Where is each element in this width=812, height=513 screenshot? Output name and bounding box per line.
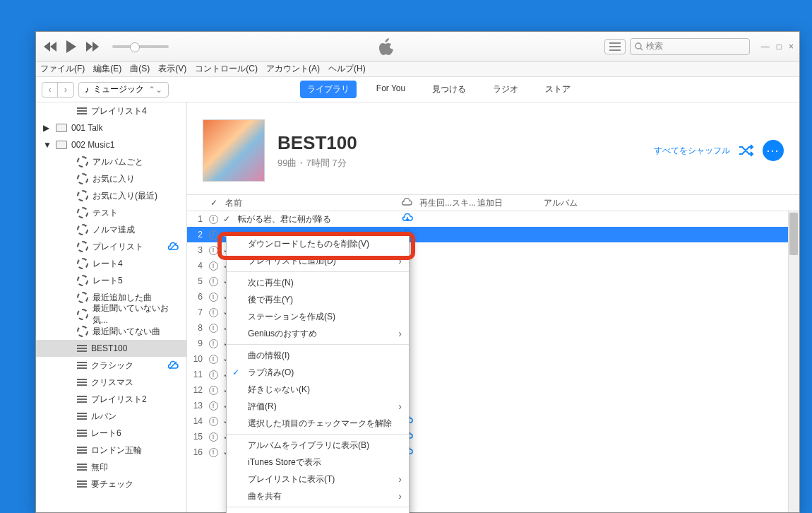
- sidebar-item[interactable]: プレイリスト2: [36, 391, 186, 408]
- back-button[interactable]: ‹: [42, 83, 58, 97]
- context-item[interactable]: 評価(R): [227, 398, 409, 415]
- sidebar-item[interactable]: 無印: [36, 459, 186, 476]
- sidebar-item[interactable]: お気に入り(最近): [36, 187, 186, 204]
- context-item[interactable]: 好きじゃない(K): [227, 381, 409, 398]
- track-number: 8: [187, 323, 207, 333]
- context-item[interactable]: 次に再生(N): [227, 274, 409, 291]
- playlist-artwork: [203, 119, 265, 182]
- context-item[interactable]: Geniusのおすすめ: [227, 325, 409, 342]
- info-icon[interactable]: !: [207, 401, 220, 411]
- track-check[interactable]: ✓: [220, 214, 234, 224]
- context-item[interactable]: プレイリストに追加(D): [227, 252, 409, 269]
- col-skip[interactable]: スキ...: [452, 197, 477, 209]
- menu-item[interactable]: 曲(S): [130, 63, 150, 75]
- context-item[interactable]: ステーションを作成(S): [227, 308, 409, 325]
- source-label: ミュージック: [93, 83, 144, 95]
- minimize-button[interactable]: —: [761, 42, 770, 52]
- tab-ラジオ[interactable]: ラジオ: [486, 81, 525, 98]
- close-button[interactable]: ×: [789, 42, 794, 52]
- context-item[interactable]: コピー: [227, 509, 409, 513]
- context-item[interactable]: プレイリストに表示(T): [227, 471, 409, 488]
- menu-item[interactable]: ファイル(F): [40, 63, 85, 75]
- list-view-button[interactable]: [604, 39, 626, 54]
- menu-item[interactable]: ヘルプ(H): [328, 63, 366, 75]
- context-item[interactable]: ダウンロードしたものを削除(V): [227, 235, 409, 252]
- context-label: プレイリストに表示(T): [248, 473, 335, 485]
- shuffle-all-button[interactable]: すべてをシャッフル: [654, 145, 730, 157]
- info-icon[interactable]: !: [207, 261, 220, 271]
- rewind-button[interactable]: [42, 38, 59, 55]
- menu-item[interactable]: 表示(V): [158, 63, 186, 75]
- forward-button-nav[interactable]: ›: [58, 83, 73, 97]
- context-item[interactable]: 後で再生(Y): [227, 291, 409, 308]
- context-item[interactable]: アルバムをライブラリに表示(B): [227, 437, 409, 454]
- volume-slider[interactable]: [112, 45, 169, 48]
- sidebar-item[interactable]: ルパン: [36, 408, 186, 425]
- context-item[interactable]: 曲を共有: [227, 488, 409, 505]
- col-plays[interactable]: 再生回...: [419, 197, 452, 209]
- playlist-icon: [77, 429, 87, 437]
- shuffle-icon: [739, 144, 754, 157]
- sidebar-item[interactable]: 最近聞いていないお気...: [36, 306, 186, 323]
- col-added[interactable]: 追加日: [477, 197, 544, 209]
- info-icon[interactable]: !: [207, 246, 220, 255]
- maximize-button[interactable]: □: [777, 42, 782, 52]
- context-item[interactable]: iTunes Storeで表示: [227, 454, 409, 471]
- info-icon[interactable]: !: [207, 448, 220, 457]
- sidebar-item[interactable]: ▼002 Music1: [36, 136, 186, 153]
- sidebar-label: クラシック: [91, 360, 133, 372]
- sidebar-item[interactable]: お気に入り: [36, 170, 186, 187]
- sidebar-item[interactable]: テスト: [36, 204, 186, 221]
- sidebar-item[interactable]: プレイリスト4: [36, 102, 186, 119]
- tab-ライブラリ[interactable]: ライブラリ: [300, 81, 357, 98]
- tab-For You[interactable]: For You: [369, 81, 412, 98]
- info-icon[interactable]: !: [207, 370, 220, 379]
- sidebar-item[interactable]: クリスマス: [36, 374, 186, 391]
- play-button[interactable]: [63, 38, 80, 55]
- info-icon[interactable]: !: [207, 215, 220, 224]
- info-icon[interactable]: !: [207, 230, 220, 240]
- menu-item[interactable]: コントロール(C): [195, 63, 258, 75]
- info-icon[interactable]: !: [207, 432, 220, 442]
- sidebar-item[interactable]: ロンドン五輪: [36, 442, 186, 459]
- forward-button[interactable]: [84, 38, 101, 55]
- playlist-icon: [77, 463, 87, 471]
- scrollbar[interactable]: [788, 211, 799, 512]
- context-item[interactable]: 曲の情報(I): [227, 347, 409, 364]
- sidebar-item[interactable]: ▶001 Talk: [36, 119, 186, 136]
- menu-item[interactable]: アカウント(A): [266, 63, 320, 75]
- info-icon[interactable]: !: [207, 308, 220, 317]
- expand-icon[interactable]: ▶: [43, 123, 49, 133]
- info-icon[interactable]: !: [207, 417, 220, 426]
- scroll-thumb[interactable]: [789, 213, 798, 255]
- menu-item[interactable]: 編集(E): [93, 63, 121, 75]
- sidebar-item[interactable]: アルバムごと: [36, 153, 186, 170]
- info-icon[interactable]: !: [207, 293, 220, 302]
- info-icon[interactable]: !: [207, 355, 220, 364]
- sidebar-item[interactable]: レート6: [36, 425, 186, 442]
- col-name[interactable]: 名前: [221, 197, 401, 209]
- context-item[interactable]: ✓ラブ済み(O): [227, 364, 409, 381]
- more-button[interactable]: ⋯: [763, 140, 784, 161]
- context-item[interactable]: 選択した項目のチェックマークを解除: [227, 415, 409, 432]
- sidebar-item[interactable]: レート5: [36, 272, 186, 289]
- tab-ストア[interactable]: ストア: [538, 81, 578, 98]
- tab-見つける[interactable]: 見つける: [425, 81, 473, 98]
- search-input[interactable]: 検索: [630, 38, 750, 55]
- track-row[interactable]: 1 ! ✓ 転がる岩、君に朝が降る: [187, 211, 799, 227]
- expand-icon[interactable]: ▼: [43, 140, 52, 150]
- info-icon[interactable]: !: [207, 386, 220, 395]
- sidebar-item[interactable]: ノルマ達成: [36, 221, 186, 238]
- sidebar-item[interactable]: 最近聞いてない曲: [36, 323, 186, 340]
- sidebar-item[interactable]: クラシック: [36, 357, 186, 374]
- sidebar-label: レート6: [91, 428, 121, 440]
- info-icon[interactable]: !: [207, 324, 220, 333]
- sidebar-item[interactable]: 要チェック: [36, 476, 186, 493]
- source-selector[interactable]: ♪ ミュージック ⌃⌄: [78, 82, 169, 98]
- sidebar-item[interactable]: プレイリスト: [36, 238, 186, 255]
- col-album[interactable]: アルバム: [544, 197, 799, 209]
- info-icon[interactable]: !: [207, 277, 220, 286]
- sidebar-item[interactable]: BEST100: [36, 340, 186, 357]
- info-icon[interactable]: !: [207, 339, 220, 348]
- sidebar-item[interactable]: レート4: [36, 255, 186, 272]
